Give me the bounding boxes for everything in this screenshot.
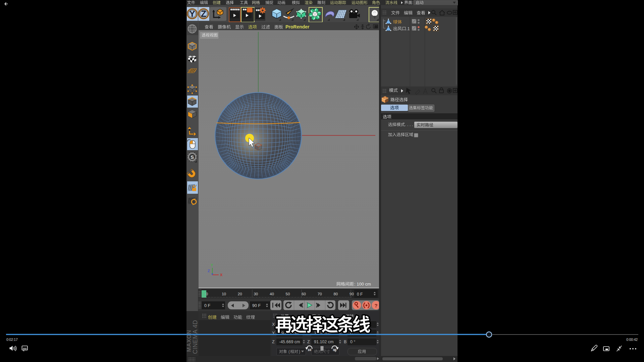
svg-text:): ) xyxy=(299,349,300,354)
svg-text:90 F: 90 F xyxy=(252,303,261,308)
svg-text:. . . .: . . . . xyxy=(405,122,413,127)
svg-text:Z: Z xyxy=(307,340,310,344)
svg-text:0:02:17: 0:02:17 xyxy=(6,338,18,342)
svg-text:: 100 cm: : 100 cm xyxy=(354,282,371,287)
svg-text:-45.669 cm: -45.669 cm xyxy=(279,340,300,344)
svg-text:20: 20 xyxy=(238,292,242,296)
svg-text:ProRender: ProRender xyxy=(285,24,310,29)
svg-text:MAXON: MAXON xyxy=(186,330,192,352)
svg-text:.1: .1 xyxy=(406,26,410,31)
svg-text:0:00:42: 0:00:42 xyxy=(626,338,638,342)
svg-text:30: 30 xyxy=(333,348,336,352)
svg-text:Z: Z xyxy=(208,269,210,273)
svg-text:Y: Y xyxy=(211,263,213,267)
svg-text:0 F: 0 F xyxy=(357,292,363,297)
svg-text:10: 10 xyxy=(222,292,226,296)
svg-text:0: 0 xyxy=(206,292,208,296)
svg-text:(: ( xyxy=(288,349,290,354)
svg-text:60: 60 xyxy=(302,292,306,296)
svg-text:80: 80 xyxy=(333,292,338,296)
svg-text:40: 40 xyxy=(270,292,274,296)
svg-text:?: ? xyxy=(374,303,377,308)
svg-text:0 F: 0 F xyxy=(204,303,210,308)
svg-text:B: B xyxy=(344,340,346,344)
svg-text:30: 30 xyxy=(254,292,258,296)
svg-text:91.102 cm: 91.102 cm xyxy=(314,340,333,344)
svg-text:50: 50 xyxy=(286,292,290,296)
svg-text:S: S xyxy=(191,154,194,160)
svg-text:X: X xyxy=(220,273,223,277)
svg-text:CINEMA 4D: CINEMA 4D xyxy=(192,320,199,354)
svg-text::: : xyxy=(412,0,413,5)
svg-text:10: 10 xyxy=(308,348,311,352)
svg-text:90: 90 xyxy=(350,292,354,296)
svg-text:Z: Z xyxy=(201,9,206,19)
svg-text:0 °: 0 ° xyxy=(350,340,355,344)
svg-text:Z: Z xyxy=(272,340,275,344)
svg-text:70: 70 xyxy=(318,292,322,296)
svg-text:Y: Y xyxy=(189,9,195,19)
